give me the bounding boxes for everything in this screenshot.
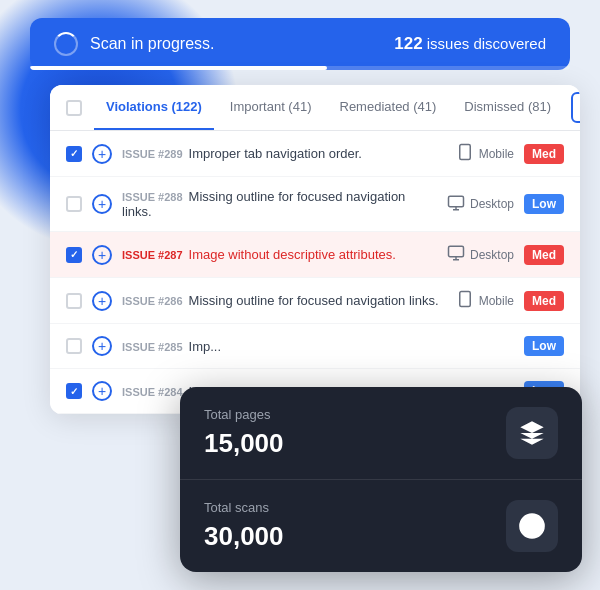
tab-dismissed[interactable]: Dismissed (81) — [452, 85, 563, 130]
spinner-icon — [54, 32, 78, 56]
expand-icon[interactable]: + — [92, 291, 112, 311]
stat-pages-label: Total pages — [204, 407, 284, 422]
gauge-icon — [518, 512, 546, 540]
expand-icon[interactable]: + — [92, 381, 112, 401]
issues-list: +ISSUE #289Improper tab navigation order… — [50, 131, 580, 414]
platform-badge: Mobile — [456, 143, 514, 164]
stat-scans-info: Total scans 30,000 — [204, 500, 284, 552]
platform-label: Mobile — [479, 294, 514, 308]
row-checkbox[interactable] — [66, 247, 82, 263]
stat-pages-icon-box — [506, 407, 558, 459]
platform-label: Mobile — [479, 147, 514, 161]
table-row: +ISSUE #288Missing outline for focused n… — [50, 177, 580, 232]
stat-pages-info: Total pages 15,000 — [204, 407, 284, 459]
mobile-icon — [456, 290, 474, 311]
row-checkbox[interactable] — [66, 293, 82, 309]
actions-button[interactable]: Actions — [571, 92, 580, 123]
scan-issues-count: 122 issues discovered — [394, 34, 546, 54]
platform-badge: Mobile — [456, 290, 514, 311]
progress-bar-container — [30, 66, 570, 70]
mobile-icon — [456, 143, 474, 164]
table-row: +ISSUE #289Improper tab navigation order… — [50, 131, 580, 177]
scan-status-text: Scan in progress. — [90, 35, 215, 53]
expand-icon[interactable]: + — [92, 194, 112, 214]
desktop-icon — [447, 244, 465, 265]
expand-icon[interactable]: + — [92, 336, 112, 356]
issue-text: ISSUE #285Imp... — [122, 339, 514, 354]
expand-icon[interactable]: + — [92, 144, 112, 164]
svg-rect-5 — [448, 246, 463, 257]
row-checkbox[interactable] — [66, 338, 82, 354]
row-checkbox[interactable] — [66, 146, 82, 162]
issue-text: ISSUE #289Improper tab navigation order. — [122, 146, 446, 161]
stat-row-pages: Total pages 15,000 — [180, 387, 582, 479]
stat-scans-icon-box — [506, 500, 558, 552]
platform-label: Desktop — [470, 197, 514, 211]
issues-suffix: issues discovered — [423, 35, 546, 52]
issue-number: ISSUE #284 — [122, 386, 183, 398]
platform-badge: Desktop — [447, 244, 514, 265]
issues-number: 122 — [394, 34, 422, 53]
desktop-icon — [447, 194, 465, 215]
table-row: +ISSUE #285Imp...Low — [50, 324, 580, 369]
row-checkbox[interactable] — [66, 196, 82, 212]
tabs-row: Violations (122) Important (41) Remediat… — [50, 85, 580, 131]
stat-pages-value: 15,000 — [204, 428, 284, 459]
platform-label: Desktop — [470, 248, 514, 262]
issue-text: ISSUE #286Missing outline for focused na… — [122, 293, 446, 308]
stat-scans-label: Total scans — [204, 500, 284, 515]
severity-badge: Med — [524, 144, 564, 164]
tab-remediated[interactable]: Remediated (41) — [328, 85, 449, 130]
table-row: +ISSUE #287Image without descriptive att… — [50, 232, 580, 278]
severity-badge: Low — [524, 336, 564, 356]
platform-badge: Desktop — [447, 194, 514, 215]
row-checkbox[interactable] — [66, 383, 82, 399]
issue-number: ISSUE #288 — [122, 191, 183, 203]
severity-badge: Low — [524, 194, 564, 214]
stat-row-scans: Total scans 30,000 — [180, 479, 582, 572]
severity-badge: Med — [524, 291, 564, 311]
main-card: Violations (122) Important (41) Remediat… — [50, 85, 580, 414]
tab-important[interactable]: Important (41) — [218, 85, 324, 130]
scan-banner: Scan in progress. 122 issues discovered — [30, 18, 570, 70]
expand-icon[interactable]: + — [92, 245, 112, 265]
svg-rect-2 — [448, 196, 463, 207]
progress-bar-fill — [30, 66, 327, 70]
select-all-checkbox[interactable] — [66, 100, 82, 116]
stats-card: Total pages 15,000 Total scans 30,000 — [180, 387, 582, 572]
scan-status-left: Scan in progress. — [54, 32, 215, 56]
stat-scans-value: 30,000 — [204, 521, 284, 552]
issue-text: ISSUE #287Image without descriptive attr… — [122, 247, 437, 262]
issue-number: ISSUE #286 — [122, 295, 183, 307]
table-row: +ISSUE #286Missing outline for focused n… — [50, 278, 580, 324]
issue-number: ISSUE #285 — [122, 341, 183, 353]
issue-text: ISSUE #288Missing outline for focused na… — [122, 189, 437, 219]
tab-violations[interactable]: Violations (122) — [94, 85, 214, 130]
issue-number: ISSUE #289 — [122, 148, 183, 160]
issue-number: ISSUE #287 — [122, 249, 183, 261]
layers-icon — [518, 419, 546, 447]
severity-badge: Med — [524, 245, 564, 265]
